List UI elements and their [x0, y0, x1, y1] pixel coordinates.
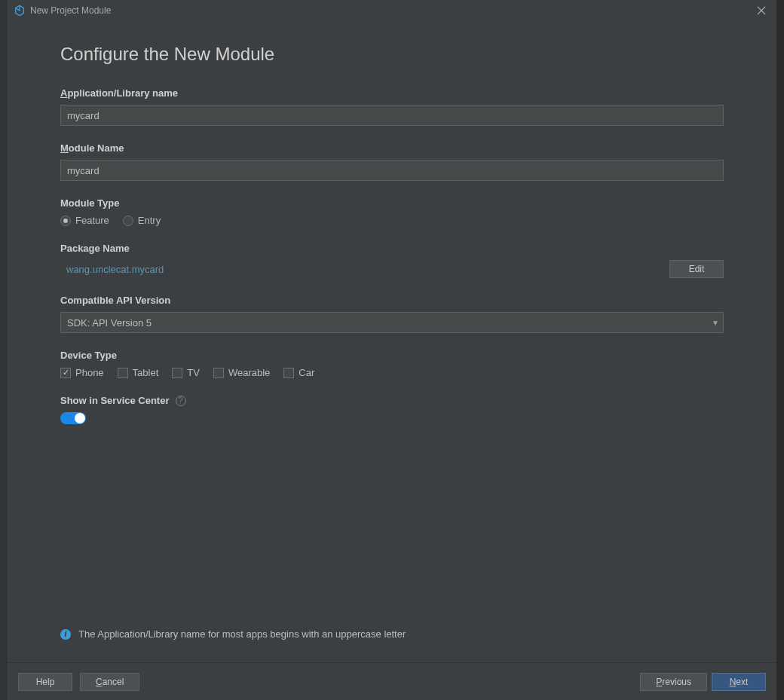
- page-title: Configure the New Module: [60, 44, 724, 65]
- edit-package-button[interactable]: Edit: [669, 260, 724, 278]
- checkbox-icon: [172, 368, 182, 378]
- dialog-content: Configure the New Module Application/Lib…: [8, 21, 776, 662]
- close-button[interactable]: [752, 2, 770, 20]
- check-phone-label: Phone: [75, 367, 104, 378]
- field-api-version: Compatible API Version SDK: API Version …: [60, 295, 724, 333]
- service-center-toggle[interactable]: [60, 412, 86, 424]
- field-module-type: Module Type Feature Entry: [60, 197, 724, 226]
- checkbox-icon: [118, 368, 128, 378]
- module-type-radios: Feature Entry: [60, 215, 724, 226]
- next-button[interactable]: Next: [712, 673, 766, 691]
- toggle-knob-icon: [75, 413, 85, 423]
- help-icon[interactable]: ?: [176, 396, 186, 406]
- label-module-name: Module Name: [60, 142, 724, 154]
- checkbox-icon: [283, 368, 294, 378]
- editor-gutter: [0, 0, 8, 700]
- field-device-type: Device Type Phone Tablet TV Wearable: [60, 350, 724, 378]
- info-row: i The Application/Library name for most …: [60, 628, 724, 640]
- check-wearable[interactable]: Wearable: [213, 367, 270, 378]
- radio-circle-icon: [123, 216, 133, 226]
- info-icon: i: [60, 629, 71, 640]
- field-module-name: Module Name: [60, 142, 724, 181]
- check-wearable-label: Wearable: [228, 367, 270, 378]
- checkbox-icon: [213, 368, 224, 378]
- checkbox-icon: [60, 368, 71, 378]
- package-row: wang.unclecat.mycard Edit: [60, 260, 724, 278]
- check-car[interactable]: Car: [283, 367, 314, 378]
- radio-feature-label: Feature: [75, 215, 109, 226]
- api-version-selected: SDK: API Version 5: [60, 312, 724, 333]
- check-tablet-label: Tablet: [133, 367, 159, 378]
- label-device-type: Device Type: [60, 350, 724, 361]
- check-tv[interactable]: TV: [172, 367, 200, 378]
- field-service-center: Show in Service Center ?: [60, 395, 724, 424]
- new-module-dialog: New Project Module Configure the New Mod…: [8, 0, 776, 700]
- input-app-name[interactable]: [60, 105, 724, 126]
- info-message: The Application/Library name for most ap…: [78, 628, 406, 640]
- cancel-button[interactable]: Cancel: [80, 673, 139, 691]
- field-package-name: Package Name wang.unclecat.mycard Edit: [60, 243, 724, 278]
- field-app-name: Application/Library name: [60, 87, 724, 126]
- check-tablet[interactable]: Tablet: [118, 367, 159, 378]
- app-icon: [14, 5, 26, 17]
- check-car-label: Car: [299, 367, 314, 378]
- radio-feature[interactable]: Feature: [60, 215, 109, 226]
- dialog-footer: Help Cancel Previous Next: [8, 662, 776, 700]
- radio-circle-icon: [60, 216, 71, 226]
- previous-button[interactable]: Previous: [640, 673, 707, 691]
- label-package-name: Package Name: [60, 243, 724, 254]
- window-title: New Project Module: [30, 5, 752, 16]
- radio-entry[interactable]: Entry: [123, 215, 161, 226]
- label-api-version: Compatible API Version: [60, 295, 724, 306]
- label-service-center: Show in Service Center: [60, 395, 170, 406]
- help-button[interactable]: Help: [18, 673, 72, 691]
- check-tv-label: TV: [187, 367, 200, 378]
- package-name-value: wang.unclecat.mycard: [60, 264, 662, 275]
- label-module-type: Module Type: [60, 197, 724, 209]
- device-type-checks: Phone Tablet TV Wearable Car: [60, 367, 724, 378]
- titlebar: New Project Module: [8, 0, 776, 21]
- check-phone[interactable]: Phone: [60, 367, 104, 378]
- api-version-select[interactable]: SDK: API Version 5 ▼: [60, 312, 724, 333]
- radio-entry-label: Entry: [138, 215, 161, 226]
- input-module-name[interactable]: [60, 160, 724, 181]
- label-app-name: Application/Library name: [60, 87, 724, 99]
